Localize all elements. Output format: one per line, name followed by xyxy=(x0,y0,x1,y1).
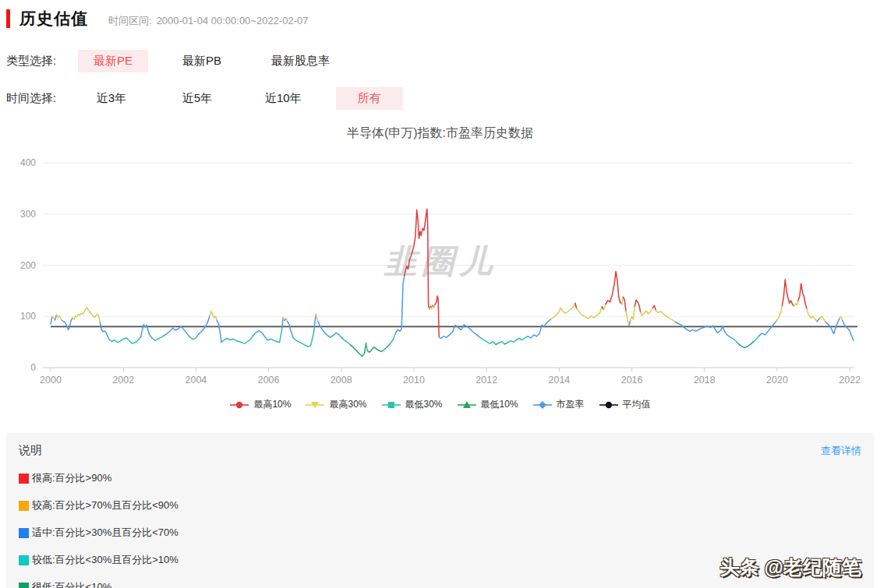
chart-legend: 最高10%最高30%最低30%最低10%市盈率平均值 xyxy=(0,398,880,411)
type-option-pb[interactable]: 最新PB xyxy=(167,50,237,72)
legend-item-2[interactable]: 最低30% xyxy=(381,398,443,411)
legend-label: 平均值 xyxy=(623,398,651,411)
x-axis-tick-label: 2014 xyxy=(548,375,570,386)
x-axis-tick-label: 2006 xyxy=(258,375,280,386)
explain-row-label: 很低:百分比<10% xyxy=(32,580,111,588)
explain-row-label: 较高:百分比>70%且百分比<90% xyxy=(32,498,178,512)
pe-history-line-chart[interactable]: 0100200300400200020022004200620082010201… xyxy=(0,144,880,397)
medium-swatch xyxy=(19,528,29,538)
circle-marker-icon xyxy=(599,400,619,410)
pe-line-segment xyxy=(776,305,782,321)
x-axis-tick-label: 2012 xyxy=(475,375,497,386)
type-option-dividend[interactable]: 最新股息率 xyxy=(256,50,345,72)
pe-line-segment xyxy=(603,305,606,310)
pe-line-segment xyxy=(798,283,807,308)
circle-marker-icon xyxy=(229,400,249,410)
x-axis-tick-label: 2022 xyxy=(839,375,861,386)
pe-line-segment xyxy=(217,321,221,343)
x-axis-tick-label: 2018 xyxy=(694,375,716,386)
x-axis-tick-label: 2016 xyxy=(621,375,643,386)
explain-row-medium: 适中:百分比>30%且百分比<70% xyxy=(19,526,861,540)
pe-line-segment xyxy=(288,322,294,338)
pe-line-segment xyxy=(623,297,626,311)
legend-label: 最高10% xyxy=(253,398,291,411)
pe-line-segment xyxy=(819,316,825,322)
corner-watermark: 头条 @老纪随笔 xyxy=(720,555,861,580)
y-axis-tick-label: 200 xyxy=(20,260,36,271)
pe-line-segment xyxy=(575,303,577,308)
pe-line-segment xyxy=(334,333,342,338)
very-high-swatch xyxy=(19,474,29,484)
y-axis-tick-label: 400 xyxy=(20,157,36,168)
y-axis-tick-label: 300 xyxy=(20,209,36,220)
explain-row-very-high: 很高:百分比>90% xyxy=(19,471,861,485)
high-swatch xyxy=(19,501,29,511)
pe-line-segment xyxy=(190,334,199,340)
x-axis-tick-label: 2010 xyxy=(403,375,425,386)
explain-row-very-low: 很低:百分比<10% xyxy=(19,580,861,588)
legend-label: 最低10% xyxy=(481,398,518,411)
pe-line-segment xyxy=(759,321,776,336)
legend-item-3[interactable]: 最低10% xyxy=(457,398,518,411)
diamond-marker-icon xyxy=(532,400,553,410)
y-axis-tick-label: 0 xyxy=(30,362,36,373)
legend-label: 最低30% xyxy=(405,398,443,411)
pe-line-segment xyxy=(199,316,210,334)
pe-line-segment xyxy=(783,280,794,306)
pe-line-segment xyxy=(839,316,843,320)
pe-line-segment xyxy=(109,337,141,344)
date-range: 时间区间:2000-01-04 00:00:00~2022-02-07 xyxy=(108,10,308,28)
pe-line-segment xyxy=(281,318,283,331)
legend-label: 市盈率 xyxy=(557,398,585,411)
time-option-all[interactable]: 所有 xyxy=(336,87,403,110)
pe-line-segment xyxy=(153,336,164,340)
view-details-link[interactable]: 查看详情 xyxy=(821,444,861,458)
pe-line-segment xyxy=(57,315,62,320)
pe-line-segment xyxy=(793,301,798,306)
explain-row-label: 较低:百分比<30%且百分比>10% xyxy=(32,553,178,567)
pe-line-segment xyxy=(843,321,853,339)
legend-item-0[interactable]: 最高10% xyxy=(229,398,291,411)
legend-item-5[interactable]: 平均值 xyxy=(599,398,651,411)
legend-label: 最高30% xyxy=(329,398,366,411)
pe-line-segment xyxy=(221,336,253,344)
type-selector-label: 类型选择: xyxy=(6,54,78,69)
type-option-pe[interactable]: 最新PE xyxy=(78,50,148,72)
pe-line-segment xyxy=(626,312,629,326)
x-axis-tick-label: 2004 xyxy=(185,375,207,386)
x-axis-tick-label: 2000 xyxy=(40,375,62,386)
pe-line-segment xyxy=(622,297,624,304)
pe-line-segment xyxy=(499,342,505,344)
x-axis-tick-label: 2020 xyxy=(766,375,788,386)
pe-line-segment xyxy=(825,318,839,333)
time-option-3y[interactable]: 近3年 xyxy=(78,87,145,110)
pe-line-segment xyxy=(641,308,653,316)
pe-line-segment xyxy=(653,305,656,310)
pe-line-segment xyxy=(507,336,528,343)
pe-line-segment xyxy=(316,315,318,322)
chart-watermark: 韭圈儿 xyxy=(383,243,497,280)
pe-line-segment xyxy=(753,336,759,342)
square-marker-icon xyxy=(381,400,401,410)
pe-line-segment xyxy=(210,312,217,321)
pe-line-segment xyxy=(366,343,368,350)
date-range-label: 时间区间: xyxy=(108,15,152,26)
pe-line-segment xyxy=(351,343,366,356)
explanation-title: 说明 xyxy=(19,443,42,458)
date-range-value: 2000-01-04 00:00:00~2022-02-07 xyxy=(157,15,309,26)
pe-line-segment xyxy=(634,300,641,312)
page-header: 历史估值 时间区间:2000-01-04 00:00:00~2022-02-07 xyxy=(6,8,308,30)
time-option-5y[interactable]: 近5年 xyxy=(164,87,231,110)
legend-item-1[interactable]: 最高30% xyxy=(305,398,366,411)
triangle-down-marker-icon xyxy=(305,400,325,410)
pe-line-segment xyxy=(482,339,497,345)
time-selector-label: 时间选择: xyxy=(6,91,78,106)
pe-line-segment xyxy=(390,333,396,344)
time-option-10y[interactable]: 近10年 xyxy=(249,87,317,110)
x-axis-tick-label: 2002 xyxy=(112,375,134,386)
pe-line-segment xyxy=(72,308,100,322)
pe-line-segment xyxy=(631,306,635,320)
pe-line-segment xyxy=(313,315,316,333)
pe-line-segment xyxy=(676,322,730,337)
legend-item-4[interactable]: 市盈率 xyxy=(532,398,585,411)
